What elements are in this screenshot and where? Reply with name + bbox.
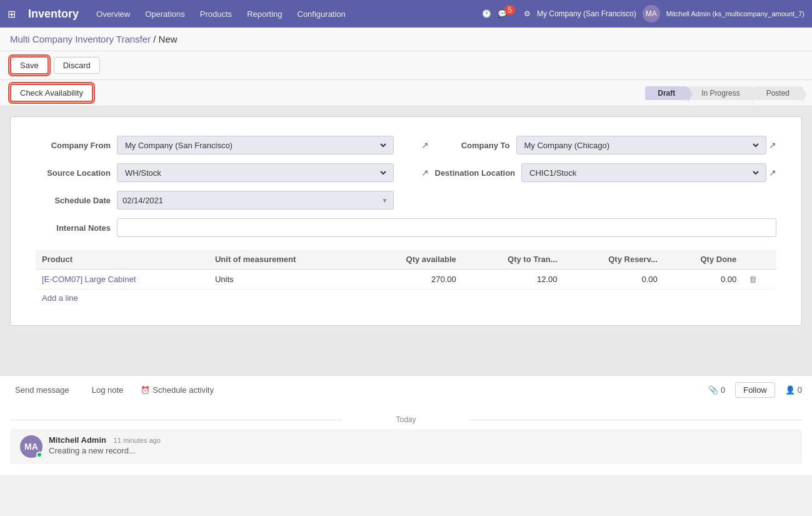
destination-location-group: ↗ Destination Location CHIC1/Stock ↗ [419,163,777,182]
nav-operations[interactable]: Operations [138,0,193,28]
breadcrumb: Multi Company Inventory Transfer / New [0,28,812,51]
navbar-right: 🕐 💬5 ⚙ My Company (San Francisco) MA Mit… [482,5,804,23]
product-link[interactable]: [E-COM07] Large Cabinet [42,275,136,284]
company-to-link-icon[interactable]: ↗ [769,140,776,150]
nav-reporting[interactable]: Reporting [239,0,289,28]
destination-location-external-icon[interactable]: ↗ [421,168,429,178]
col-uom: Unit of measurement [209,250,361,270]
app-brand: Inventory [28,8,79,21]
save-button[interactable]: Save [10,56,49,74]
cell-qty-done: 0.00 [664,270,743,290]
breadcrumb-separator: / [153,34,158,44]
col-actions [743,250,776,270]
company-label: My Company (San Francisco) [537,9,636,18]
cell-delete: 🗑 [743,270,776,290]
col-qty-available: Qty available [361,250,463,270]
internal-notes-label: Internal Notes [36,223,111,233]
destination-location-input[interactable]: CHIC1/Stock [521,163,766,182]
company-to-input[interactable]: My Company (Chicago) [516,136,767,154]
company-from-group: Company From My Company (San Francisco) [36,136,394,154]
col-qty-transfer: Qty to Tran... [463,250,564,270]
status-steps: Draft In Progress Posted [644,86,802,100]
cell-uom: Units [209,270,361,290]
nav-overview[interactable]: Overview [89,0,138,28]
schedule-date-field[interactable] [123,196,382,205]
follow-button[interactable]: Follow [735,382,775,398]
log-note-button[interactable]: Log note [87,383,129,397]
add-line-text[interactable]: Add a line [36,290,84,306]
cell-qty-transfer: 12.00 [463,270,564,290]
form-card: Company From My Company (San Francisco) … [10,116,802,326]
schedule-clock-icon: ⏰ [141,386,150,395]
bottom-bar-right: 📎 0 Follow 👤 0 [708,382,802,398]
discard-button[interactable]: Discard [54,57,100,74]
schedule-activity-button[interactable]: Schedule activity [153,383,219,397]
schedule-date-input[interactable]: ▼ [117,191,394,210]
grid-icon[interactable]: ⊞ [8,8,16,20]
timeline-date: Today [10,415,802,424]
navbar: ⊞ Inventory Overview Operations Products… [0,0,812,28]
company-to-select[interactable]: My Company (Chicago) [522,140,761,151]
follower-count-group: 👤 0 [785,385,802,395]
table-row: [E-COM07] Large Cabinet Units 270.00 12.… [36,270,776,290]
internal-notes-field[interactable] [123,223,771,233]
col-qty-reserved: Qty Reserv... [564,250,664,270]
table-header-row: Product Unit of measurement Qty availabl… [36,250,776,270]
schedule-activity-group: ⏰ Schedule activity [141,383,219,397]
company-from-label: Company From [36,141,111,150]
status-posted[interactable]: Posted [754,86,802,100]
main-content: Company From My Company (San Francisco) … [0,106,812,375]
empty-right-group [419,191,777,210]
chat-time: 11 minutes ago [114,437,161,444]
chat-message: MA Mitchell Admin 11 minutes ago Creatin… [10,429,802,464]
col-qty-done: Qty Done [664,250,743,270]
status-in-progress[interactable]: In Progress [689,86,752,100]
attachment-icon: 📎 [708,385,718,395]
source-location-input[interactable]: WH/Stock [117,163,394,182]
chat-author: Mitchell Admin [49,435,106,445]
company-to-external-icon[interactable]: ↗ [421,140,429,150]
destination-location-link-icon[interactable]: ↗ [769,168,776,178]
company-from-select[interactable]: My Company (San Francisco) [123,140,388,151]
company-to-label: Company To [435,141,510,150]
form-row-company: Company From My Company (San Francisco) … [36,136,776,154]
chat-text: Creating a new record... [49,446,161,455]
form-row-location: Source Location WH/Stock ↗ Destination L… [36,163,776,182]
cell-qty-reserved: 0.00 [564,270,664,290]
send-message-button[interactable]: Send message [10,383,74,397]
form-row-notes: Internal Notes [36,218,776,237]
settings-icon[interactable]: ⚙ [524,9,531,18]
delete-row-icon[interactable]: 🗑 [749,275,757,284]
breadcrumb-module[interactable]: Multi Company Inventory Transfer [10,34,151,44]
chat-header: Mitchell Admin 11 minutes ago [49,435,161,445]
col-product: Product [36,250,209,270]
destination-location-wrapper: CHIC1/Stock ↗ [521,163,776,182]
user-avatar[interactable]: MA [643,5,660,23]
check-availability-button[interactable]: Check Availability [10,84,93,102]
attachment-count: 0 [721,385,725,395]
breadcrumb-page: New [159,34,178,44]
schedule-date-group: Schedule Date ▼ [36,191,394,210]
nav-configuration[interactable]: Configuration [290,0,353,28]
source-location-label: Source Location [36,168,111,178]
status-draft[interactable]: Draft [645,86,688,100]
nav-products[interactable]: Products [193,0,239,28]
avatar: MA [20,435,43,458]
follower-count: 0 [798,385,802,395]
source-location-select[interactable]: WH/Stock [123,168,388,178]
internal-notes-input[interactable] [117,218,776,237]
destination-location-select[interactable]: CHIC1/Stock [527,168,761,178]
chat-icon[interactable]: 💬5 [498,9,518,18]
add-line-link[interactable]: Add a line [36,290,776,306]
internal-notes-group: Internal Notes [36,218,776,237]
clock-icon[interactable]: 🕐 [482,9,491,18]
status-bar: Check Availability Draft In Progress Pos… [0,80,812,106]
company-from-input[interactable]: My Company (San Francisco) [117,136,394,154]
user-label: Mitchell Admin (ks_multicompany_amount_7… [666,10,804,18]
avatar-online-indicator [36,452,43,458]
attachment-count-group: 📎 0 [708,385,725,395]
schedule-date-label: Schedule Date [36,196,111,205]
company-to-group: ↗ Company To My Company (Chicago) ↗ [419,136,777,154]
cell-product: [E-COM07] Large Cabinet [36,270,209,290]
action-bar: Save Discard [0,51,812,80]
